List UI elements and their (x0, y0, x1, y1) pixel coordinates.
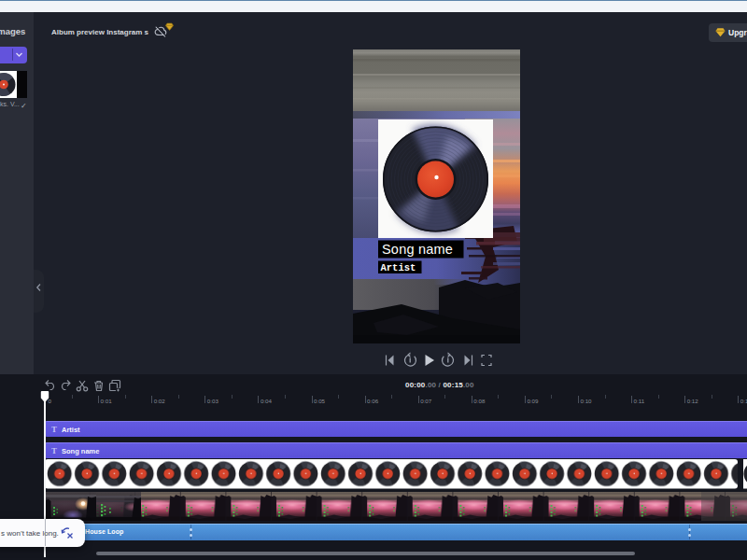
svg-text:Artist: Artist (381, 262, 416, 273)
svg-text:Song name: Song name (382, 242, 453, 257)
